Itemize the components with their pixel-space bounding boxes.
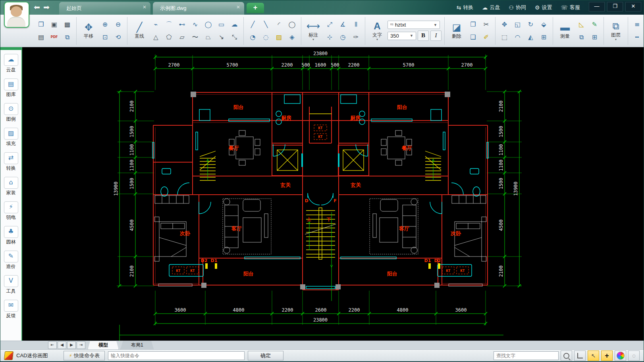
zoom-in-button[interactable]: ⊕ [99, 19, 111, 31]
parallelogram-button[interactable]: ▱ [176, 31, 188, 43]
tangent-circle-button[interactable]: ◯ [286, 19, 298, 31]
minimize-button[interactable]: — [589, 2, 605, 11]
to-image-button[interactable]: ⧉ [575, 31, 588, 43]
pentagon-button[interactable]: ⬠ [163, 31, 175, 43]
new-tab-button[interactable]: + [247, 3, 264, 13]
drawing-canvas[interactable]: 23800 2700 5700 2200 500 1600 500 2200 5… [22, 47, 644, 341]
rotate-button[interactable]: ↻ [524, 19, 537, 31]
forward-icon[interactable]: ➡ [43, 3, 50, 12]
spline-button[interactable]: ∿ [189, 19, 201, 31]
hatch-button[interactable]: ▨ [273, 31, 285, 43]
measure-pencil-button[interactable]: ✎ [588, 19, 601, 31]
rect-annotate-button[interactable]: ⬚ [498, 31, 511, 43]
wave-button[interactable]: 〜 [189, 31, 201, 43]
fillet-button[interactable]: ◜ [273, 19, 285, 31]
copy-button[interactable]: ❐ [467, 19, 479, 31]
open-button[interactable]: ❒ [35, 19, 47, 31]
lineweight-button[interactable]: ≡ [631, 19, 643, 31]
search-button[interactable] [561, 351, 572, 361]
tab-drawing[interactable]: 示例图.dwg ✕ [153, 2, 244, 15]
layers-button[interactable]: ⧉ 图层 ▾ [607, 21, 625, 40]
prev-sheet-button[interactable]: ◀ [58, 341, 66, 349]
dimension-button[interactable]: ⟷ 标注 ▾ [304, 21, 322, 40]
double-arrow-button[interactable]: ⤡ [228, 31, 241, 43]
confirm-button[interactable]: 确定 [248, 351, 283, 360]
format-brush-button[interactable]: ✐ [480, 31, 492, 43]
scale-button[interactable]: ◱ [511, 19, 524, 31]
save-as-button[interactable]: ▩ [61, 19, 73, 31]
dim-aligned-button[interactable]: ⤢ [324, 19, 336, 31]
offset-button[interactable]: ◌ [260, 31, 272, 43]
menu-settings[interactable]: ⚙ 设置 [535, 4, 552, 11]
measure-button[interactable]: ▬ 测量 [556, 22, 574, 40]
fill-button[interactable]: ◈ [286, 31, 298, 43]
tab-start-page[interactable]: 起始页 ✕ [59, 2, 150, 15]
lasso-button[interactable]: ◌ [628, 351, 640, 361]
bold-button[interactable]: B [418, 31, 429, 41]
export-pdf-button[interactable]: PDF [48, 31, 60, 43]
crosshair-mode-button[interactable]: + [601, 351, 613, 361]
measure-area-button[interactable]: ◺ [575, 19, 588, 31]
sidebar-item-cost[interactable]: ✎ 造价 [0, 251, 21, 270]
close-tab-icon[interactable]: ✕ [236, 4, 240, 10]
erase-button[interactable]: ◪ 删除 [447, 22, 466, 40]
rectangle-button[interactable]: ▭ [215, 19, 228, 31]
find-text-input[interactable] [494, 351, 559, 360]
text-button[interactable]: A 文字 ▾ [368, 21, 386, 40]
circle-button[interactable]: ◯ [202, 19, 214, 31]
triangle-button[interactable]: △ [150, 31, 162, 43]
pan-button[interactable]: ✥ 平移 [79, 22, 98, 40]
trim-button[interactable]: ╲ [260, 19, 272, 31]
tab-model[interactable]: 模型 [88, 341, 119, 350]
extend-button[interactable]: ╱ [247, 19, 259, 31]
sidebar-item-feedback[interactable]: ✉ 反馈 [0, 300, 21, 319]
tab-layout1[interactable]: 布局1 [120, 341, 154, 350]
print-button[interactable]: ▤ [35, 31, 47, 43]
user-avatar[interactable] [4, 2, 29, 28]
polyline-button[interactable]: ⌁ [150, 19, 162, 31]
linetype-button[interactable]: ╍ [631, 31, 643, 43]
revcloud-button[interactable]: ◠ [511, 31, 524, 43]
next-sheet-button[interactable]: ▶ [67, 341, 76, 349]
last-sheet-button[interactable]: ⇥ [77, 341, 85, 349]
export-image-button[interactable]: ⧉ [61, 31, 73, 43]
font-size-select[interactable]: 350 ▼ [388, 32, 416, 40]
mirror-button[interactable]: ◭ [524, 31, 537, 43]
select-mode-button[interactable]: ↖ [588, 351, 599, 361]
sidebar-item-home-decor[interactable]: ⌂ 家装 [0, 177, 21, 196]
zoom-out-button[interactable]: ⊖ [112, 19, 124, 31]
save-button[interactable]: ▣ [48, 19, 60, 31]
dim-coordinate-button[interactable]: ⊹ [324, 31, 336, 43]
arrow-button[interactable]: ↘ [215, 31, 228, 43]
dim-continue-button[interactable]: ⫴ [350, 19, 362, 31]
zoom-previous-button[interactable]: ⟲ [112, 31, 124, 43]
sidebar-item-gallery[interactable]: ▤ 图库 [0, 79, 21, 98]
rotate3d-button[interactable]: ⬙ [538, 19, 550, 31]
sidebar-item-legend[interactable]: ⊙ 图例 [0, 103, 21, 123]
sidebar-item-convert[interactable]: ⇄ 转换 [0, 152, 21, 172]
move-button[interactable]: ✥ [498, 19, 511, 31]
back-icon[interactable]: ⬅ [34, 3, 40, 12]
sidebar-item-cloud[interactable]: ☁ 云盘 [0, 54, 21, 73]
arc-button[interactable]: ⌒ [163, 19, 175, 31]
dim-angle-button[interactable]: ∡ [337, 19, 349, 31]
font-select[interactable]: ᴿᴮ hztxt ▼ [388, 21, 440, 29]
axis-line-button[interactable]: ⊷ [176, 19, 188, 31]
cut-button[interactable]: ✂ [480, 19, 492, 31]
cloud-button[interactable]: ☁ [228, 19, 241, 31]
sidebar-item-tools[interactable]: V 工具 [0, 275, 21, 295]
zoom-window-button[interactable]: ⊡ [99, 31, 111, 43]
background-color-button[interactable] [615, 351, 626, 361]
menu-support[interactable]: ☏ 客服 [561, 4, 580, 11]
sidebar-item-low-voltage[interactable]: ⚡ 弱电 [0, 201, 21, 221]
sidebar-item-hatch[interactable]: ▨ 填充 [0, 128, 21, 147]
ortho-button[interactable] [574, 351, 586, 361]
menu-collaborate[interactable]: ⚇ 协同 [509, 4, 526, 11]
line-button[interactable]: ╱ 直线 [130, 22, 148, 40]
break-button[interactable]: ◔ [247, 31, 259, 43]
maximize-button[interactable]: ❐ [607, 2, 623, 11]
close-button[interactable]: ✕ [625, 2, 641, 11]
italic-button[interactable]: I [430, 31, 442, 41]
paste-button[interactable]: ❑ [467, 31, 479, 43]
shortcut-commands-button[interactable]: ⚡ 快捷命令表 [64, 351, 104, 360]
